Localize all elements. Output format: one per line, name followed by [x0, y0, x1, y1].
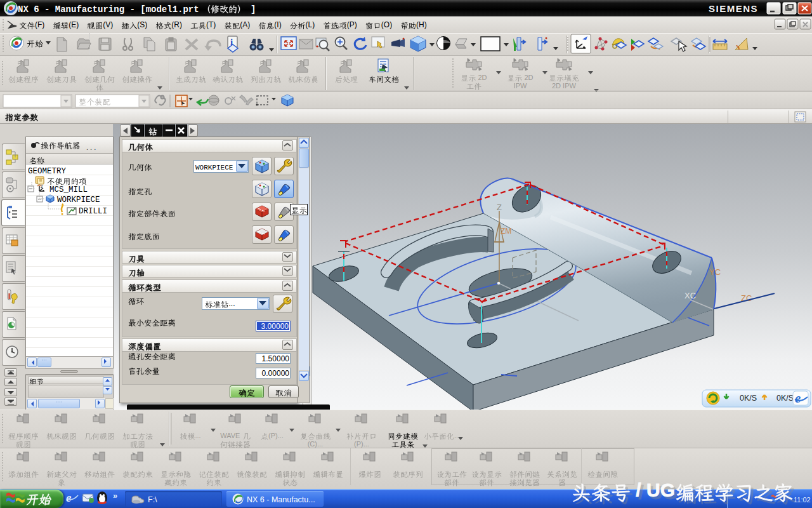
svg-text:(H): (H): [416, 20, 427, 29]
svg-text:DRILLI: DRILLI: [79, 207, 107, 216]
svg-text:(O): (O): [381, 20, 392, 29]
svg-text:(E): (E): [69, 20, 79, 29]
svg-text:0K/S: 0K/S: [776, 394, 794, 403]
svg-text:..: ..: [454, 432, 458, 439]
svg-text:ZM: ZM: [501, 227, 511, 236]
svg-text:(V): (V): [103, 20, 113, 29]
svg-text:(T): (T): [206, 20, 216, 29]
svg-text:(L): (L): [306, 20, 315, 29]
svg-text:(P)...: (P)...: [268, 432, 284, 439]
svg-text:2D: 2D: [476, 74, 487, 81]
svg-text:WAVE: WAVE: [220, 432, 242, 439]
svg-text:(R): (R): [171, 20, 182, 29]
svg-text:NX 6 - Manufacturing - [model1: NX 6 - Manufacturing - [model1.prt: [18, 4, 199, 15]
svg-text:(A): (A): [240, 20, 250, 29]
svg-text:]: ]: [251, 4, 256, 15]
svg-text:e: e: [795, 391, 801, 406]
svg-text:z: z: [41, 184, 43, 189]
svg-text:(S): (S): [137, 20, 147, 29]
svg-text:IPW: IPW: [514, 82, 527, 90]
svg-text:e: e: [66, 491, 72, 504]
svg-text:MCS_MILL: MCS_MILL: [49, 185, 88, 194]
svg-text:»: »: [113, 491, 117, 500]
svg-text:SIEMENS: SIEMENS: [709, 3, 758, 14]
svg-text:0.00000: 0.00000: [262, 369, 290, 378]
svg-text:(P)...: (P)...: [354, 440, 369, 448]
svg-text:WORKPIECE: WORKPIECE: [195, 164, 233, 171]
svg-text:...: ...: [195, 432, 200, 439]
svg-text:XC: XC: [684, 291, 696, 300]
svg-text:3.00000: 3.00000: [261, 322, 289, 331]
svg-text:NX 6 - Manufactu...: NX 6 - Manufactu...: [247, 495, 315, 504]
svg-text:/ UG: / UG: [631, 479, 675, 500]
svg-text:. . .: . . .: [86, 144, 96, 151]
svg-text:(F): (F): [35, 20, 44, 29]
svg-text:YC: YC: [709, 267, 721, 277]
svg-text:2D: 2D: [522, 74, 533, 81]
svg-text:11:02: 11:02: [794, 496, 811, 504]
svg-text:WORKPIECE: WORKPIECE: [57, 196, 100, 204]
svg-text:2D IPW: 2D IPW: [552, 82, 577, 90]
svg-text:(C)...: (C)...: [308, 440, 323, 448]
svg-text:(P): (P): [347, 20, 357, 29]
svg-text:F:\: F:\: [148, 495, 157, 504]
svg-text:Z: Z: [497, 203, 502, 212]
svg-text:...: ...: [229, 299, 235, 308]
svg-text:(I): (I): [274, 20, 281, 29]
svg-text:0K/S: 0K/S: [740, 394, 757, 403]
svg-text:1.50000: 1.50000: [262, 354, 290, 363]
svg-text:GEOMETRY: GEOMETRY: [28, 167, 67, 176]
